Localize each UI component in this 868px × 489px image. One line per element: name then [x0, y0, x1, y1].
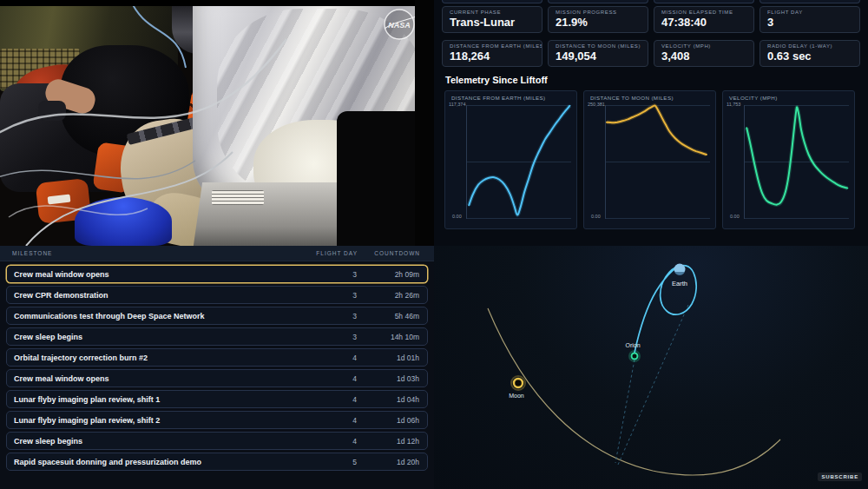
card-remnant — [760, 0, 860, 3]
milestone-title: Crew CPR demonstration — [14, 291, 305, 300]
milestone-title: Lunar flyby imaging plan review, shift 2 — [14, 416, 305, 425]
orion-label: Orion — [625, 342, 640, 348]
chart-velocity: VELOCITY (MPH) 11,753 0.00 — [722, 90, 855, 229]
y-min-label: 0.00 — [730, 214, 740, 219]
stat-card: RADIO DELAY (1-WAY)0.63 sec — [760, 40, 860, 67]
milestone-row: Orbital trajectory correction burn #241d… — [6, 348, 428, 367]
milestone-title: Crew sleep begins — [14, 333, 305, 341]
subscribe-button[interactable]: SUBSCRIBE — [818, 472, 862, 481]
milestone-countdown: 1d 03h — [357, 374, 419, 383]
stat-value: 21.9% — [556, 16, 641, 29]
milestone-countdown: 1d 01h — [357, 354, 419, 362]
planned-path-dashed — [618, 305, 688, 465]
milestone-title: Lunar flyby imaging plan review, shift 1 — [14, 395, 305, 404]
milestone-flight-day: 4 — [305, 395, 357, 404]
letterbox-bar — [0, 0, 434, 6]
milestone-row: Lunar flyby imaging plan review, shift 2… — [6, 411, 428, 429]
milestone-countdown: 2h 09m — [357, 270, 419, 279]
milestone-row: Crew sleep begins314h 10m — [6, 327, 428, 346]
chart-distance-from-earth: DISTANCE FROM EARTH (MILES) 117,374 0.00 — [444, 90, 577, 229]
trajectory-map: Earth Orion Moon SUBSCRIBE — [434, 246, 868, 489]
stat-label: VELOCITY (MPH) — [661, 43, 746, 49]
milestone-list: Crew meal window opens32h 09mCrew CPR de… — [0, 261, 434, 471]
milestone-row: Crew sleep begins41d 12h — [6, 432, 428, 450]
chart-title: VELOCITY (MPH) — [729, 95, 778, 101]
milestone-flight-day: 4 — [305, 374, 357, 383]
stat-label: MISSION PROGRESS — [556, 10, 641, 15]
card-remnant — [654, 0, 754, 3]
y-min-label: 0.00 — [452, 214, 462, 219]
stat-value: Trans-Lunar — [450, 16, 535, 29]
milestone-row: Communications test through Deep Space N… — [6, 307, 428, 325]
milestone-flight-day: 4 — [305, 437, 357, 446]
cables — [0, 0, 434, 246]
orion-icon — [632, 354, 638, 360]
milestone-countdown: 5h 46m — [357, 312, 419, 320]
stat-card: DISTANCE TO MOON (MILES)149,054 — [548, 40, 648, 67]
moon-orbit-arc — [488, 308, 780, 475]
milestone-flight-day: 4 — [305, 354, 357, 362]
live-video-feed: NASA — [0, 0, 434, 246]
y-max-label: 117,374 — [449, 102, 465, 107]
col-flight-day: FLIGHT DAY — [306, 250, 358, 256]
milestone-row: Crew meal window opens32h 09m — [6, 265, 428, 283]
milestone-title: Communications test through Deep Space N… — [14, 312, 305, 320]
stat-label: DISTANCE TO MOON (MILES) — [556, 43, 641, 49]
chart-title: DISTANCE FROM EARTH (MILES) — [451, 95, 546, 101]
stat-label: RADIO DELAY (1-WAY) — [767, 43, 852, 49]
stat-label: CURRENT PHASE — [450, 10, 535, 15]
earth-label: Earth — [672, 280, 687, 287]
moon-icon — [514, 379, 523, 387]
nasa-logo-icon: NASA — [379, 7, 419, 43]
milestone-row: Crew CPR demonstration32h 26m — [6, 286, 428, 304]
stat-card: VELOCITY (MPH)3,408 — [654, 40, 754, 67]
milestone-countdown: 1d 04h — [357, 395, 419, 404]
sparkline — [746, 105, 851, 219]
stat-value: 118,264 — [450, 50, 535, 63]
stat-label: DISTANCE FROM EARTH (MILES) — [450, 43, 535, 49]
stat-value: 47:38:40 — [661, 16, 746, 29]
milestone-title: Orbital trajectory correction burn #2 — [14, 354, 305, 362]
col-countdown: COUNTDOWN — [358, 250, 420, 256]
milestone-row: Crew meal window opens41d 03h — [6, 369, 428, 387]
letterbox-edge — [415, 0, 434, 246]
milestone-title: Crew meal window opens — [14, 374, 305, 383]
orion-trajectory — [635, 266, 696, 353]
stat-card: MISSION ELAPSED TIME47:38:40 — [654, 6, 754, 33]
stat-card: CURRENT PHASETrans-Lunar — [442, 6, 542, 33]
y-max-label: 11,753 — [727, 102, 740, 107]
chart-distance-to-moon: DISTANCE TO MOON (MILES) 250,381 0.00 — [583, 90, 716, 229]
card-remnant — [442, 0, 542, 3]
milestone-countdown: 1d 12h — [357, 437, 419, 446]
stat-cards: CURRENT PHASETrans-LunarMISSION PROGRESS… — [442, 6, 860, 67]
stat-label: FLIGHT DAY — [767, 10, 852, 15]
milestone-flight-day: 4 — [305, 416, 357, 425]
milestone-row: Rapid spacesuit donning and pressurizati… — [6, 453, 428, 471]
milestone-countdown: 1d 20h — [357, 458, 419, 466]
milestone-title: Rapid spacesuit donning and pressurizati… — [14, 458, 305, 466]
mission-dashboard: NASA CURRENT PHASETrans-LunarMISSION PRO… — [0, 0, 868, 489]
y-min-label: 0.00 — [591, 214, 601, 219]
y-max-label: 250,381 — [588, 102, 605, 107]
stat-label: MISSION ELAPSED TIME — [661, 10, 746, 15]
stat-value: 0.63 sec — [767, 50, 852, 63]
moon-label: Moon — [509, 393, 524, 399]
stat-value: 149,054 — [556, 50, 641, 63]
card-remnant — [548, 0, 648, 3]
trajectory-svg: Earth Orion Moon — [434, 246, 868, 489]
milestones-header: MILESTONE FLIGHT DAY COUNTDOWN — [0, 246, 434, 261]
stat-value: 3 — [767, 16, 852, 29]
milestone-row: Lunar flyby imaging plan review, shift 1… — [6, 390, 428, 408]
milestone-title: Crew sleep begins — [14, 437, 305, 446]
section-title: Telemetry Since Liftoff — [445, 75, 548, 85]
milestone-countdown: 2h 26m — [357, 291, 419, 300]
milestone-flight-day: 5 — [305, 458, 357, 466]
stat-card: FLIGHT DAY3 — [760, 6, 860, 33]
col-milestone: MILESTONE — [12, 250, 306, 256]
milestone-flight-day: 3 — [305, 312, 357, 320]
stat-card: DISTANCE FROM EARTH (MILES)118,264 — [442, 40, 542, 67]
milestone-countdown: 14h 10m — [357, 333, 419, 341]
planned-path-dashed — [615, 360, 635, 463]
milestone-countdown: 1d 06h — [357, 416, 419, 425]
milestone-title: Crew meal window opens — [14, 270, 305, 279]
